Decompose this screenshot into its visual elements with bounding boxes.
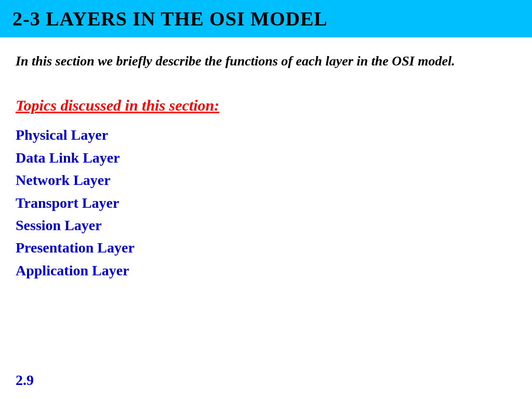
list-item: Physical Layer <box>16 124 516 146</box>
list-item: Network Layer <box>16 169 516 191</box>
list-item: Presentation Layer <box>16 236 516 259</box>
page-number: 2.9 <box>16 372 34 389</box>
slide-title: 2-3 LAYERS IN THE OSI MODEL <box>12 7 328 30</box>
header: 2-3 LAYERS IN THE OSI MODEL <box>0 0 532 37</box>
footer: 2.9 <box>0 367 532 399</box>
list-item: Transport Layer <box>16 192 516 214</box>
intro-text: In this section we briefly describe the … <box>16 52 516 71</box>
topics-section: Topics discussed in this section: Physic… <box>16 97 516 282</box>
list-item: Application Layer <box>16 259 516 282</box>
list-item: Data Link Layer <box>16 147 516 169</box>
slide-container: 2-3 LAYERS IN THE OSI MODEL In this sect… <box>0 0 532 399</box>
topics-heading: Topics discussed in this section: <box>16 97 516 114</box>
topic-list: Physical Layer Data Link Layer Network L… <box>16 124 516 282</box>
content-area: In this section we briefly describe the … <box>0 37 532 367</box>
list-item: Session Layer <box>16 214 516 236</box>
